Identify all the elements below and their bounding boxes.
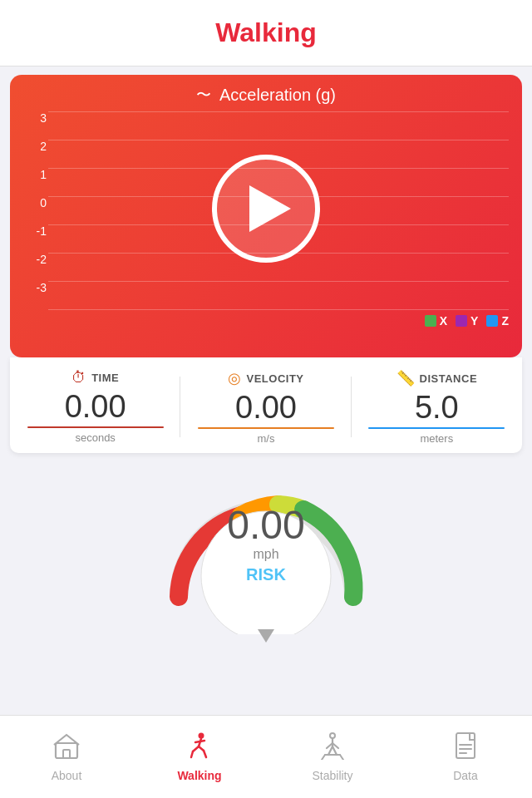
tab-about-label: About — [52, 769, 82, 782]
svg-line-19 — [340, 755, 343, 760]
velocity-unit: m/s — [258, 432, 275, 445]
app-header: Walking — [0, 0, 532, 66]
distance-underline — [368, 427, 505, 429]
legend-y-label: Y — [470, 314, 478, 328]
data-icon — [451, 732, 480, 766]
about-icon — [52, 732, 81, 766]
y-label-neg2: -2 — [23, 253, 47, 266]
play-button[interactable] — [212, 155, 320, 263]
legend-z: Z — [486, 314, 509, 328]
legend-x-label: X — [440, 314, 447, 328]
velocity-underline — [198, 427, 334, 429]
time-unit: seconds — [75, 431, 115, 444]
legend-y: Y — [456, 314, 478, 328]
chart-wave-icon: 〜 — [196, 85, 211, 105]
speedo-risk: RISK — [227, 565, 304, 584]
stat-distance: 📏 DISTANCE 5.0 meters — [352, 369, 522, 445]
tab-data-label: Data — [453, 769, 478, 782]
stat-distance-header: 📏 DISTANCE — [397, 369, 477, 387]
risk-arrow-icon — [258, 629, 274, 643]
velocity-value: 0.00 — [235, 391, 297, 426]
tab-bar: About Walking — [0, 715, 532, 798]
speedo-center: 0.00 mph RISK — [227, 505, 304, 584]
y-label-2: 2 — [23, 140, 47, 153]
y-label-0: 0 — [23, 196, 47, 209]
stat-time-header: ⏱ TIME — [71, 369, 119, 387]
legend-z-label: Z — [501, 314, 509, 328]
tab-stability-label: Stability — [312, 769, 352, 782]
stat-velocity-header: ◎ VELOCITY — [228, 369, 303, 387]
walking-icon — [185, 732, 214, 766]
distance-label: DISTANCE — [420, 372, 477, 385]
distance-icon: 📏 — [397, 369, 415, 387]
svg-line-10 — [195, 741, 204, 742]
distance-unit: meters — [420, 432, 453, 445]
chart-title: Acceleration (g) — [219, 86, 336, 105]
tab-walking[interactable]: Walking — [133, 716, 266, 798]
svg-line-15 — [328, 746, 332, 755]
y-label-neg3: -3 — [23, 281, 47, 294]
legend-y-dot — [456, 315, 467, 327]
time-underline — [27, 426, 164, 428]
speedometer: 0.00 mph RISK — [158, 468, 374, 634]
tab-walking-label: Walking — [177, 769, 221, 782]
svg-line-16 — [332, 746, 337, 755]
speedo-value: 0.00 — [227, 505, 304, 545]
y-label-1: 1 — [23, 168, 47, 181]
time-icon: ⏱ — [71, 369, 86, 387]
svg-line-8 — [204, 751, 206, 757]
speedo-unit: mph — [227, 547, 304, 562]
stat-velocity: ◎ VELOCITY 0.00 m/s — [180, 369, 351, 445]
tab-about[interactable]: About — [0, 716, 133, 798]
page-title: Walking — [215, 17, 316, 48]
svg-rect-3 — [63, 750, 70, 758]
svg-line-9 — [191, 751, 193, 757]
svg-line-18 — [322, 755, 325, 760]
legend-x-dot — [425, 315, 436, 327]
stability-icon — [318, 732, 347, 766]
tab-data[interactable]: Data — [399, 716, 532, 798]
acceleration-chart: 〜 Acceleration (g) 3 2 1 0 -1 -2 -3 — [10, 75, 522, 357]
chart-legend: X Y Z — [425, 314, 509, 328]
time-value: 0.00 — [65, 390, 126, 425]
svg-line-6 — [193, 746, 199, 751]
velocity-label: VELOCITY — [246, 372, 303, 385]
play-triangle-icon — [249, 185, 291, 232]
legend-z-dot — [486, 315, 498, 327]
tab-stability[interactable]: Stability — [266, 716, 399, 798]
speedometer-area: 0.00 mph RISK — [0, 468, 532, 634]
stats-row: ⏱ TIME 0.00 seconds ◎ VELOCITY 0.00 m/s … — [10, 357, 522, 453]
velocity-icon: ◎ — [228, 369, 241, 387]
legend-x: X — [425, 314, 447, 328]
stat-time: ⏱ TIME 0.00 seconds — [10, 369, 180, 445]
y-label-3: 3 — [23, 111, 47, 125]
y-label-neg1: -1 — [23, 224, 47, 238]
time-label: TIME — [91, 372, 119, 384]
chart-header: 〜 Acceleration (g) — [23, 85, 509, 105]
chart-body: 3 2 1 0 -1 -2 -3 — [23, 111, 509, 328]
distance-value: 5.0 — [415, 391, 459, 426]
